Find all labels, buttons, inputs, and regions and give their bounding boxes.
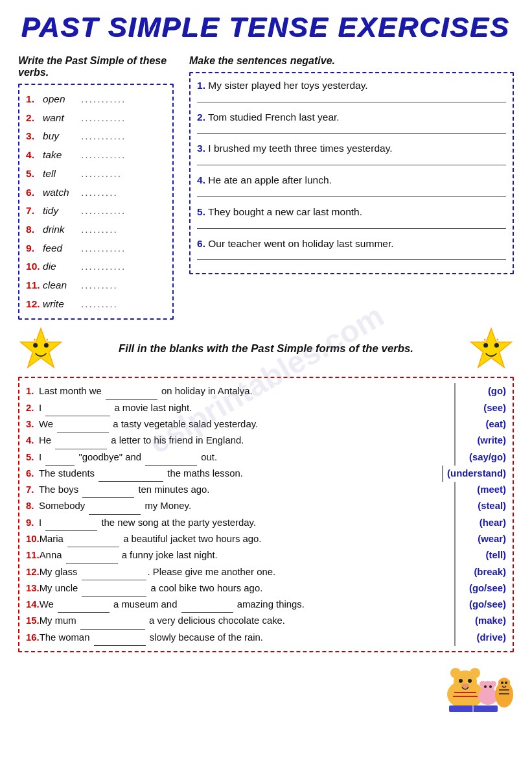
svg-point-32 <box>501 681 503 684</box>
star-left-icon <box>18 326 64 372</box>
svg-point-6 <box>483 343 488 348</box>
svg-point-14 <box>459 679 463 683</box>
list-item: 7.tidy........... <box>26 202 166 220</box>
list-item: 5.tell.......... <box>26 165 166 184</box>
list-item: 1. My sister played her toys yesterday. <box>197 78 506 102</box>
list-item: 9.feed........... <box>26 239 166 258</box>
list-item: 1. Last month we on holiday in Antalya. … <box>26 383 506 399</box>
svg-point-23 <box>484 685 487 688</box>
list-item: 2. I a movie last night. (see) <box>26 400 506 416</box>
svg-point-12 <box>450 668 461 678</box>
svg-point-15 <box>468 679 472 683</box>
svg-marker-5 <box>471 329 512 368</box>
list-item: 4.take........... <box>26 146 166 165</box>
list-item: 3. I brushed my teeth three times yester… <box>197 141 506 165</box>
svg-point-8 <box>484 339 486 341</box>
list-item: 8.drink......... <box>26 220 166 239</box>
list-item: 12.write......... <box>26 295 166 314</box>
list-item: 9. I the new song at the party yesterday… <box>26 515 506 531</box>
verbs-instruction: Write the Past Simple of these verbs. <box>18 55 174 78</box>
fill-section: 1. Last month we on holiday in Antalya. … <box>18 377 514 652</box>
svg-point-9 <box>496 339 498 341</box>
svg-point-13 <box>470 668 480 678</box>
fill-instruction: Fill in the blanks with the Past Simple … <box>64 342 468 355</box>
verbs-section: Write the Past Simple of these verbs. 1.… <box>18 55 174 320</box>
svg-point-24 <box>489 685 492 688</box>
list-item: 2.want........... <box>26 109 166 128</box>
decorative-image-area <box>18 659 514 714</box>
list-item: 6.watch......... <box>26 184 166 202</box>
verb-list: 1.open........... 2.want........... 3.bu… <box>26 90 166 313</box>
list-item: 6. The students the maths lesson. (under… <box>26 466 506 482</box>
list-item: 8. Somebody my Money. (steal) <box>26 498 506 514</box>
negative-instruction: Make the sentences negative. <box>189 55 514 67</box>
list-item: 11.clean......... <box>26 276 166 295</box>
list-item: 3.buy........... <box>26 127 166 146</box>
fill-box: 1. Last month we on holiday in Antalya. … <box>18 377 514 652</box>
svg-point-33 <box>505 681 507 684</box>
list-item: 13. My uncle a cool bike two hours ago. … <box>26 580 506 597</box>
negative-box: 1. My sister played her toys yesterday. … <box>189 72 514 274</box>
svg-point-4 <box>46 339 48 341</box>
negative-section: Make the sentences negative. 1. My siste… <box>189 55 514 320</box>
list-item: 2. Tom studied French last year. <box>197 110 506 134</box>
list-item: 10.die........... <box>26 257 166 276</box>
fill-list: 1. Last month we on holiday in Antalya. … <box>26 383 506 646</box>
pooh-decoration-icon <box>430 659 514 714</box>
list-item: 11. Anna a funny joke last night. (tell) <box>26 547 506 563</box>
list-item: 10. Maria a beautiful jacket two hours a… <box>26 531 506 547</box>
list-item: 1.open........... <box>26 90 166 109</box>
verbs-box: 1.open........... 2.want........... 3.bu… <box>18 84 174 320</box>
list-item: 15. My mum a very delicious chocolate ca… <box>26 613 506 629</box>
list-item: 3. We a tasty vegetable salad yesterday.… <box>26 416 506 432</box>
list-item: 7. The boys ten minutes ago. (meet) <box>26 482 506 498</box>
svg-point-1 <box>33 343 38 348</box>
page-title: PAST SIMPLE TENSE EXERCISES <box>18 12 514 43</box>
star-right-icon <box>468 326 514 372</box>
svg-marker-0 <box>21 329 62 368</box>
list-item: 16. The woman slowly because of the rain… <box>26 630 506 646</box>
svg-point-7 <box>494 343 499 348</box>
list-item: 6. Our teacher went on holiday last summ… <box>197 237 506 261</box>
list-item: 4. He a letter to his friend in England.… <box>26 432 506 449</box>
svg-point-2 <box>44 343 49 348</box>
list-item: 14. We a museum and amazing things. (go/… <box>26 597 506 613</box>
svg-point-3 <box>34 339 36 341</box>
list-item: 5. I "goodbye" and out. (say/go) <box>26 449 506 466</box>
list-item: 5. They bought a new car last month. <box>197 205 506 229</box>
list-item: 4. He ate an apple after lunch. <box>197 173 506 197</box>
middle-row: Fill in the blanks with the Past Simple … <box>18 326 514 372</box>
negative-list: 1. My sister played her toys yesterday. … <box>197 78 506 260</box>
list-item: 12. My glass . Please give me another on… <box>26 564 506 580</box>
